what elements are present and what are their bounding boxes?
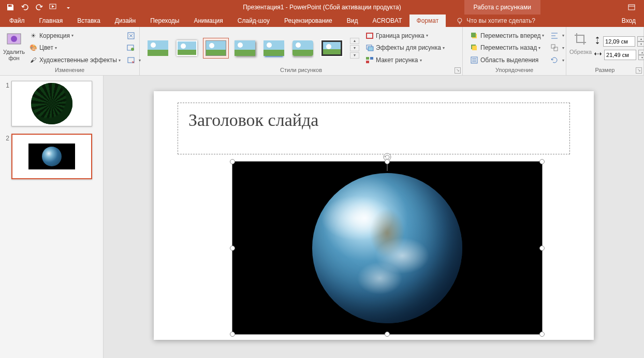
ribbon-tabs: Файл Главная Вставка Дизайн Переходы Ани…	[0, 15, 644, 27]
change-picture-icon	[127, 44, 135, 52]
picture-border-button[interactable]: Граница рисунка▾	[363, 31, 447, 41]
svg-rect-21	[554, 47, 558, 51]
thumb-1-content	[31, 83, 72, 124]
width-input[interactable]	[604, 50, 636, 60]
width-icon	[594, 50, 602, 59]
resize-handle-tl[interactable]	[230, 159, 235, 164]
style-item-4[interactable]	[232, 38, 258, 59]
title-text: Заголовок слайда	[188, 110, 559, 130]
ribbon-group-picture-styles: ▴ ▾ ▾ Граница рисунка▾ Эффекты для рисун…	[140, 27, 463, 75]
thumb-2-content	[28, 144, 75, 169]
group-icon	[550, 44, 559, 52]
height-down[interactable]: ▾	[637, 41, 644, 47]
workspace: 1 2 Заголовок слайда	[0, 76, 644, 358]
tab-acrobat[interactable]: ACROBAT	[365, 15, 409, 27]
height-input[interactable]	[603, 36, 635, 47]
send-backward-button[interactable]: Переместить назад▾	[468, 42, 546, 53]
sign-in-link[interactable]: Вход	[616, 17, 642, 24]
resize-handle-bc[interactable]	[385, 332, 390, 337]
svg-rect-1	[628, 5, 635, 10]
redo-button[interactable]	[33, 1, 46, 13]
styles-dialog-launcher[interactable]: ↘	[455, 67, 461, 74]
tab-view[interactable]: Вид	[340, 15, 365, 27]
selection-pane-button[interactable]: Область выделения	[468, 55, 546, 65]
style-item-1[interactable]	[145, 38, 171, 59]
height-up[interactable]: ▴	[637, 36, 644, 41]
ribbon-group-arrange: Переместить вперед▾ Переместить назад▾ О…	[463, 27, 566, 75]
resize-handle-br[interactable]	[539, 332, 545, 337]
resize-handle-bl[interactable]	[230, 332, 235, 337]
qat-more-button[interactable]	[62, 1, 75, 13]
tab-transitions[interactable]: Переходы	[143, 15, 186, 27]
gallery-up-button[interactable]: ▴	[350, 38, 359, 44]
width-down[interactable]: ▾	[638, 55, 644, 60]
slide-thumb-1[interactable]	[11, 81, 92, 126]
picture-effects-button[interactable]: Эффекты для рисунка▾	[363, 42, 447, 53]
svg-point-7	[131, 48, 134, 51]
crop-button[interactable]: Обрезка	[569, 29, 592, 67]
style-item-7[interactable]	[319, 38, 345, 59]
style-item-5[interactable]	[261, 38, 287, 59]
tab-review[interactable]: Рецензирование	[277, 15, 340, 27]
bring-forward-button[interactable]: Переместить вперед▾	[468, 31, 546, 41]
crop-icon	[573, 31, 589, 48]
tab-file[interactable]: Файл	[2, 15, 32, 27]
style-item-3[interactable]	[203, 38, 229, 59]
svg-rect-9	[367, 33, 373, 38]
gallery-more-button[interactable]: ▾	[350, 52, 359, 59]
slide-canvas-area[interactable]: Заголовок слайда	[104, 76, 644, 358]
corrections-button[interactable]: ☀Коррекция▾	[27, 31, 123, 41]
tell-me-placeholder: Что вы хотите сделать?	[466, 17, 535, 24]
start-from-beginning-button[interactable]	[48, 1, 60, 13]
svg-rect-16	[471, 33, 476, 37]
slide[interactable]: Заголовок слайда	[154, 91, 594, 340]
save-button[interactable]	[4, 1, 17, 13]
title-placeholder[interactable]: Заголовок слайда	[178, 103, 570, 154]
undo-button[interactable]	[19, 1, 31, 13]
style-item-2[interactable]	[174, 38, 200, 59]
slide-thumb-2[interactable]	[11, 134, 92, 179]
gallery-scroll: ▴ ▾ ▾	[350, 38, 359, 59]
resize-handle-mr[interactable]	[539, 246, 545, 251]
resize-handle-tc[interactable]	[385, 159, 390, 164]
tab-design[interactable]: Дизайн	[108, 15, 143, 27]
group-button[interactable]: ▾	[548, 42, 566, 53]
svg-rect-13	[370, 57, 373, 60]
title-bar: Презентация1 - PowerPoint (Сбой активаци…	[0, 0, 644, 15]
width-up[interactable]: ▴	[638, 50, 644, 55]
size-group-label: Размер	[569, 67, 640, 74]
ribbon: Удалить фон ☀Коррекция▾ 🎨Цвет▾ 🖌Художест…	[0, 27, 644, 76]
size-dialog-launcher[interactable]: ↘	[636, 67, 642, 74]
artistic-effects-button[interactable]: 🖌Художественные эффекты▾	[27, 55, 123, 65]
picture-tools-context-tab: Работа с рисунками	[464, 0, 540, 15]
svg-point-4	[11, 36, 17, 42]
resize-handle-ml[interactable]	[230, 246, 235, 251]
resize-handle-tr[interactable]	[539, 159, 545, 164]
tell-me-search[interactable]: Что вы хотите сделать?	[456, 17, 535, 24]
send-backward-icon	[470, 44, 478, 52]
ribbon-display-options-button[interactable]	[621, 0, 642, 15]
align-icon	[550, 32, 559, 40]
tab-insert[interactable]: Вставка	[70, 15, 108, 27]
ribbon-group-adjust: Удалить фон ☀Коррекция▾ 🎨Цвет▾ 🖌Художест…	[0, 27, 140, 75]
tab-format[interactable]: Формат	[409, 15, 446, 27]
sun-icon: ☀	[29, 32, 37, 40]
rotate-button[interactable]: ▾	[548, 55, 566, 65]
tab-slideshow[interactable]: Слайд-шоу	[230, 15, 277, 27]
tab-animation[interactable]: Анимация	[186, 15, 230, 27]
picture-styles-gallery[interactable]: ▴ ▾ ▾	[143, 29, 361, 67]
picture-layout-button[interactable]: Макет рисунка▾	[363, 55, 447, 65]
style-item-6[interactable]	[290, 38, 316, 59]
window-title: Презентация1 - PowerPoint (Сбой активаци…	[243, 4, 401, 11]
height-icon	[594, 36, 601, 46]
styles-group-label: Стили рисунков	[143, 67, 459, 74]
color-button[interactable]: 🎨Цвет▾	[27, 42, 123, 53]
tab-home[interactable]: Главная	[32, 15, 70, 27]
layout-icon	[365, 56, 374, 64]
align-button[interactable]: ▾	[548, 31, 566, 41]
selected-picture[interactable]	[232, 161, 543, 335]
svg-rect-20	[551, 45, 555, 48]
remove-background-button[interactable]: Удалить фон	[3, 29, 25, 67]
gallery-down-button[interactable]: ▾	[350, 45, 359, 51]
bring-forward-icon	[470, 32, 478, 40]
